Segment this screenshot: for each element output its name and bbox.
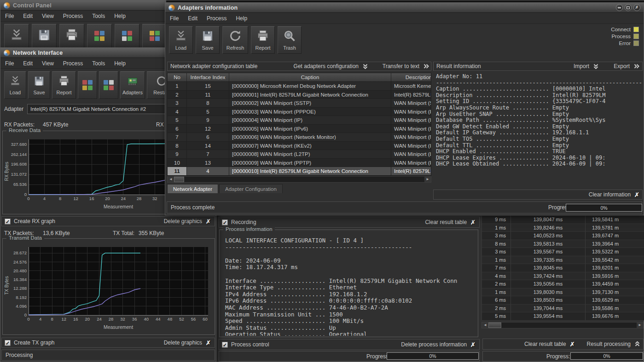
control-panel-titlebar[interactable]: Control Panel: [0, 0, 166, 11]
devices-button[interactable]: [87, 24, 112, 48]
scroll-thumb[interactable]: [488, 322, 501, 328]
help-tools-button[interactable]: [115, 24, 139, 48]
adapter-table-row[interactable]: 115[00000000] Microsoft Kernel Debug Net…: [168, 82, 431, 91]
exit-button[interactable]: [142, 24, 167, 48]
column-header-interface-index[interactable]: Interface Index: [187, 73, 229, 81]
result-cell: 140,0523 ms: [511, 232, 586, 240]
result-processing-button[interactable]: Result processing: [587, 339, 640, 349]
menu-view[interactable]: View: [37, 13, 58, 19]
adapters-button[interactable]: Adapters: [120, 71, 145, 99]
menu-help[interactable]: Help: [231, 15, 252, 22]
result-cell: 139,3964 m: [586, 240, 644, 248]
maximize-button[interactable]: [625, 4, 632, 11]
get-adapters-configuration-button[interactable]: Get adapters configuration: [294, 62, 368, 70]
column-header-no[interactable]: No: [168, 73, 187, 81]
result-row[interactable]: 1 ms139,8246 ms139,5781 m: [482, 224, 644, 232]
result-row[interactable]: 3 ms140,0523 ms139,6747 m: [482, 232, 644, 240]
indicator-process[interactable]: Process: [611, 34, 639, 39]
menu-file[interactable]: File: [0, 13, 18, 19]
adapter-table-header-row: No Interface Index Caption Description: [168, 73, 431, 82]
result-row[interactable]: 8 ms139,5813 ms139,3964 m: [482, 240, 644, 248]
scroll-right-arrow[interactable]: ►: [424, 177, 431, 182]
process-control-checkbox[interactable]: ✓ Process control: [222, 341, 269, 348]
load-button[interactable]: Load: [169, 26, 193, 54]
result-row[interactable]: 1 ms139,7335 ms139,5542 m: [482, 256, 644, 264]
menu-edit[interactable]: Edit: [183, 15, 202, 22]
menu-help[interactable]: Help: [110, 60, 130, 67]
menu-tools[interactable]: Tools: [87, 60, 110, 67]
monitor-tools-button[interactable]: [99, 71, 118, 99]
delete-rx-graphics-button[interactable]: Delete graphics ✗: [164, 217, 211, 226]
menu-edit[interactable]: Edit: [18, 13, 37, 19]
load-button[interactable]: [4, 24, 29, 48]
column-header-caption[interactable]: Caption: [229, 73, 391, 81]
adapter-table-row[interactable]: 114[00000010] Intel(R) 82579LM Gigabit N…: [168, 167, 431, 176]
report-button[interactable]: Report: [251, 26, 275, 54]
scroll-left-arrow[interactable]: ◄: [482, 322, 488, 328]
report-button[interactable]: Report: [52, 71, 76, 99]
column-header-description[interactable]: Description: [391, 73, 431, 81]
create-tx-graph-checkbox[interactable]: ✓ Create TX graph: [5, 339, 55, 346]
adapter-label: Adapter: [4, 106, 23, 112]
adapter-table-row[interactable]: 38[00000002] WAN Miniport (SSTP)WAN Mini…: [168, 99, 431, 108]
tab-adapter-configuration[interactable]: Adapter Configuration: [219, 184, 283, 193]
adapter-table-row[interactable]: 45[00000003] WAN Miniport (PPPOE)WAN Min…: [168, 108, 431, 116]
transfer-to-text-button[interactable]: Transfer to text: [383, 62, 429, 70]
result-row[interactable]: 1 ms139,8030 ms139,7130 m: [482, 288, 644, 297]
results-hscrollbar[interactable]: ◄ ►: [482, 322, 644, 328]
menu-file[interactable]: File: [0, 60, 18, 67]
result-row[interactable]: 9 ms139,8047 ms139,5841 m: [482, 216, 644, 224]
trash-button[interactable]: Trash: [278, 26, 302, 54]
recording-checkbox[interactable]: ✓ Recording: [222, 219, 256, 225]
menu-help[interactable]: Help: [110, 13, 130, 19]
create-rx-graph-checkbox[interactable]: ✓ Create RX graph: [5, 218, 55, 224]
adapter-table-row[interactable]: 211[00000001] Intel(R) 82579LM Gigabit N…: [168, 91, 431, 99]
clear-result-table-button[interactable]: Clear result table ✗: [524, 339, 575, 349]
scroll-left-arrow[interactable]: ◄: [168, 177, 174, 182]
delete-process-information-button[interactable]: Delete process information ✗: [401, 339, 476, 350]
load-button[interactable]: Load: [4, 71, 26, 99]
menu-process[interactable]: Process: [202, 15, 231, 22]
result-row[interactable]: 6 ms139,8503 ms139,6529 m: [482, 296, 644, 305]
tab-network-adapter[interactable]: Network Adapter: [167, 184, 218, 193]
refresh-button[interactable]: Refresh: [222, 26, 248, 54]
adapter-table-cell: Microsoft Kernel: [391, 82, 431, 91]
result-row[interactable]: 5 ms139,9554 ms139,6676 m: [482, 312, 644, 321]
adapters-information-titlebar[interactable]: Adapters information ✗: [165, 3, 644, 13]
menu-process[interactable]: Process: [58, 60, 87, 67]
adapter-table-row[interactable]: 814[00000007] WAN Miniport (IKEv2)WAN Mi…: [168, 142, 431, 150]
import-button[interactable]: Import: [574, 62, 599, 70]
network-tools-button[interactable]: [78, 71, 97, 99]
adapter-table-row[interactable]: 612[00000005] WAN Miniport (IPv6)WAN Min…: [168, 125, 431, 133]
menu-process[interactable]: Process: [58, 13, 87, 19]
save-button[interactable]: [32, 24, 57, 48]
result-row[interactable]: 3 ms139,5567 ms139,5322 m: [482, 248, 644, 256]
menu-file[interactable]: File: [165, 15, 183, 22]
print-button[interactable]: [59, 24, 84, 48]
adapter-table-hscrollbar[interactable]: ◄ ►: [167, 176, 431, 183]
menu-view[interactable]: View: [37, 60, 58, 67]
adapter-table-row[interactable]: 59[00000004] WAN Miniport (IP)WAN Minipo…: [168, 116, 431, 125]
minimize-button[interactable]: [616, 4, 623, 11]
scroll-right-arrow[interactable]: ►: [637, 322, 643, 328]
result-row[interactable]: 4 ms139,7424 ms139,5916 m: [482, 272, 644, 281]
indicator-error[interactable]: Error: [619, 40, 639, 46]
menu-tools[interactable]: Tools: [87, 13, 110, 19]
delete-tx-graphics-button[interactable]: Delete graphics ✗: [164, 338, 211, 347]
menu-edit[interactable]: Edit: [18, 60, 37, 67]
export-button[interactable]: Export: [614, 62, 639, 70]
save-button[interactable]: Save: [196, 26, 220, 54]
clear-information-button[interactable]: Clear information ✗: [589, 190, 639, 199]
scroll-thumb[interactable]: [174, 177, 184, 182]
indicator-connect[interactable]: Connect: [611, 27, 639, 32]
result-row[interactable]: 2 ms139,5056 ms139,4459 m: [482, 280, 644, 288]
clear-result-table-button[interactable]: Clear result table ✗: [425, 217, 476, 227]
result-row[interactable]: 7 ms139,8045 ms139,6201 m: [482, 264, 644, 272]
close-button[interactable]: ✗: [633, 4, 640, 11]
adapter-table-row[interactable]: 76[00000006] WAN Miniport (Network Monit…: [168, 133, 431, 142]
adapter-table-row[interactable]: 1013[00000009] WAN Miniport (PPTP)WAN Mi…: [168, 159, 431, 167]
save-button[interactable]: Save: [28, 71, 50, 99]
adapter-tabs: Network Adapter Adapter Configuration: [167, 184, 283, 193]
adapter-table-row[interactable]: 97[00000008] WAN Miniport (L2TP)WAN Mini…: [168, 150, 431, 159]
result-row[interactable]: 2 ms139,7044 ms139,5586 m: [482, 305, 644, 313]
